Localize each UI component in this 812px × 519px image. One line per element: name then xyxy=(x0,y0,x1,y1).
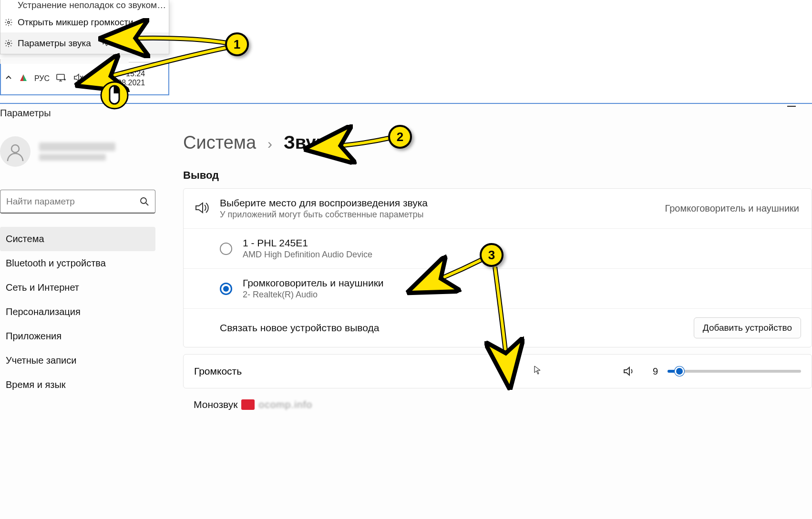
volume-icon[interactable] xyxy=(623,365,635,377)
tray-chevron-icon[interactable] xyxy=(5,74,12,83)
profile-name-blurred xyxy=(39,140,115,163)
context-item-open-mixer[interactable]: Открыть микшер громкости xyxy=(0,12,169,32)
output-title: Выберите место для воспроизведения звука xyxy=(220,197,655,209)
annotation-badge-2: 2 xyxy=(388,125,412,149)
svg-rect-2 xyxy=(57,74,64,80)
context-item-label: Открыть микшер громкости xyxy=(18,17,134,28)
gear-icon xyxy=(4,18,13,27)
output-current-value: Громкоговоритель и наушники xyxy=(665,203,800,214)
device-sub: AMD High Definition Audio Device xyxy=(243,250,801,260)
nav-item-bluetooth[interactable]: Bluetooth и устройства xyxy=(0,251,155,275)
volume-slider[interactable] xyxy=(668,370,801,373)
search-input[interactable] xyxy=(6,196,140,207)
add-device-button[interactable]: Добавить устройство xyxy=(694,317,801,338)
tray-app-icon[interactable] xyxy=(19,73,28,84)
avatar xyxy=(0,136,31,167)
search-icon xyxy=(140,197,149,206)
context-item-label: Устранение неполадок со звуком… xyxy=(18,0,166,10)
annotation-badge-3: 3 xyxy=(480,243,504,267)
volume-card: Громкость 9 xyxy=(183,354,812,388)
breadcrumb-current: Звук xyxy=(284,132,325,153)
cursor-icon xyxy=(103,37,110,49)
annotation-badge-1: 1 xyxy=(225,32,249,56)
volume-value: 9 xyxy=(645,366,658,377)
radio-selected-icon[interactable] xyxy=(220,283,232,295)
mono-label: Монозвук xyxy=(194,399,237,410)
svg-point-0 xyxy=(8,21,10,24)
tray-language[interactable]: РУС xyxy=(34,74,50,83)
breadcrumb-root[interactable]: Система xyxy=(183,132,256,153)
radio-icon[interactable] xyxy=(220,243,232,255)
volume-label: Громкость xyxy=(194,366,524,377)
nav-item-accounts[interactable]: Учетные записи xyxy=(0,348,155,373)
svg-point-5 xyxy=(141,198,146,204)
device-name: 1 - PHL 245E1 xyxy=(243,237,801,249)
tray-network-icon[interactable] xyxy=(56,73,67,84)
profile-block[interactable] xyxy=(0,136,115,167)
chevron-right-icon: › xyxy=(267,136,272,152)
context-item-label: Параметры звука xyxy=(18,38,91,49)
breadcrumb: Система › Звук xyxy=(183,132,812,153)
nav-item-time-language[interactable]: Время и язык xyxy=(0,373,155,397)
output-header-row[interactable]: Выберите место для воспроизведения звука… xyxy=(184,189,812,228)
pair-device-row: Связать новое устройство вывода Добавить… xyxy=(184,308,812,347)
gear-icon xyxy=(4,39,13,48)
svg-point-4 xyxy=(11,145,19,153)
context-item-troubleshoot[interactable]: Устранение неполадок со звуком… xyxy=(0,0,169,12)
device-sub: 2- Realtek(R) Audio xyxy=(243,290,801,300)
sound-tray-context-menu: Устранение неполадок со звуком… Открыть … xyxy=(0,0,169,54)
device-name: Громкоговоритель и наушники xyxy=(243,277,801,289)
output-device-card: Выберите место для воспроизведения звука… xyxy=(183,188,812,347)
svg-point-1 xyxy=(8,42,10,44)
mouse-right-click-icon xyxy=(100,81,129,110)
svg-point-3 xyxy=(64,79,65,80)
cursor-icon xyxy=(534,366,542,377)
tray-battery-icon[interactable] xyxy=(91,74,100,83)
settings-window: Параметры Система Bluetooth и устройства… xyxy=(0,103,812,519)
tray-time: 15:24 xyxy=(107,70,145,78)
section-output-heading: Вывод xyxy=(183,169,812,182)
settings-search[interactable] xyxy=(0,190,155,214)
window-title: Параметры xyxy=(0,108,51,119)
nav-item-personalization[interactable]: Персонализация xyxy=(0,300,155,324)
nav-item-system[interactable]: Система xyxy=(0,227,155,251)
window-minimize-icon[interactable] xyxy=(787,106,796,107)
mono-sound-row[interactable]: Монозвук ocomp.info xyxy=(183,399,812,410)
speaker-icon xyxy=(194,200,209,217)
pair-label: Связать новое устройство вывода xyxy=(220,322,683,334)
watermark-icon xyxy=(241,399,255,410)
context-item-sound-settings[interactable]: Параметры звука xyxy=(0,32,169,54)
taskbar: РУС 15:24 29.08.2021 xyxy=(0,62,169,95)
settings-nav: Система Bluetooth и устройства Сеть и Ин… xyxy=(0,227,155,397)
output-subtitle: У приложений могут быть собственные пара… xyxy=(220,210,655,220)
nav-item-apps[interactable]: Приложения xyxy=(0,324,155,348)
tray-sound-muted-icon[interactable] xyxy=(73,73,84,84)
watermark-text: ocomp.info xyxy=(258,399,312,410)
device-option-2[interactable]: Громкоговоритель и наушники 2- Realtek(R… xyxy=(184,268,812,308)
nav-item-network[interactable]: Сеть и Интернет xyxy=(0,275,155,300)
